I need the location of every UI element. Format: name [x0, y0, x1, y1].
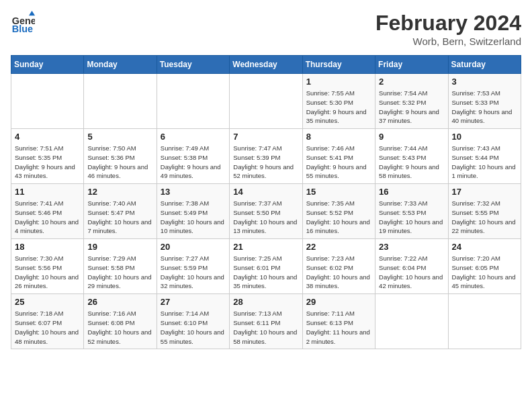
- day-number: 15: [306, 187, 371, 197]
- logo-icon: General Blue: [11, 11, 35, 35]
- day-info: Sunrise: 7:33 AM Sunset: 5:53 PM Dayligh…: [379, 199, 444, 236]
- table-cell: 4Sunrise: 7:51 AM Sunset: 5:35 PM Daylig…: [11, 129, 84, 184]
- table-cell: 14Sunrise: 7:37 AM Sunset: 5:50 PM Dayli…: [230, 184, 302, 239]
- table-cell: [375, 294, 448, 349]
- day-number: 10: [452, 132, 517, 142]
- day-info: Sunrise: 7:55 AM Sunset: 5:30 PM Dayligh…: [306, 89, 371, 126]
- day-number: 2: [379, 77, 444, 87]
- day-info: Sunrise: 7:18 AM Sunset: 6:07 PM Dayligh…: [15, 309, 80, 346]
- table-cell: 19Sunrise: 7:29 AM Sunset: 5:58 PM Dayli…: [84, 239, 157, 294]
- day-number: 19: [87, 242, 152, 252]
- header-saturday: Saturday: [448, 56, 521, 74]
- week-row-2: 4Sunrise: 7:51 AM Sunset: 5:35 PM Daylig…: [11, 129, 521, 184]
- day-info: Sunrise: 7:46 AM Sunset: 5:41 PM Dayligh…: [306, 144, 371, 181]
- day-number: 7: [233, 132, 298, 142]
- table-cell: 3Sunrise: 7:53 AM Sunset: 5:33 PM Daylig…: [448, 74, 521, 129]
- day-info: Sunrise: 7:49 AM Sunset: 5:38 PM Dayligh…: [161, 144, 226, 181]
- logo: General Blue: [11, 11, 35, 35]
- day-number: 29: [306, 297, 371, 307]
- table-cell: 6Sunrise: 7:49 AM Sunset: 5:38 PM Daylig…: [157, 129, 229, 184]
- header-thursday: Thursday: [302, 56, 375, 74]
- table-cell: 11Sunrise: 7:41 AM Sunset: 5:46 PM Dayli…: [11, 184, 84, 239]
- week-row-5: 25Sunrise: 7:18 AM Sunset: 6:07 PM Dayli…: [11, 294, 521, 349]
- day-number: 22: [306, 242, 371, 252]
- day-number: 9: [379, 132, 444, 142]
- day-info: Sunrise: 7:51 AM Sunset: 5:35 PM Dayligh…: [15, 144, 80, 181]
- month-year-title: February 2024: [375, 11, 521, 36]
- table-cell: 9Sunrise: 7:44 AM Sunset: 5:43 PM Daylig…: [375, 129, 448, 184]
- day-info: Sunrise: 7:13 AM Sunset: 6:11 PM Dayligh…: [233, 309, 298, 346]
- day-number: 14: [233, 187, 298, 197]
- day-info: Sunrise: 7:23 AM Sunset: 6:02 PM Dayligh…: [306, 254, 371, 291]
- header-sunday: Sunday: [11, 56, 84, 74]
- day-info: Sunrise: 7:14 AM Sunset: 6:10 PM Dayligh…: [161, 309, 226, 346]
- table-cell: [230, 74, 302, 129]
- day-info: Sunrise: 7:38 AM Sunset: 5:49 PM Dayligh…: [161, 199, 226, 236]
- table-cell: 18Sunrise: 7:30 AM Sunset: 5:56 PM Dayli…: [11, 239, 84, 294]
- day-number: 24: [452, 242, 517, 252]
- table-cell: 25Sunrise: 7:18 AM Sunset: 6:07 PM Dayli…: [11, 294, 84, 349]
- header-monday: Monday: [84, 56, 157, 74]
- table-cell: 23Sunrise: 7:22 AM Sunset: 6:04 PM Dayli…: [375, 239, 448, 294]
- day-number: 12: [87, 187, 152, 197]
- table-cell: 15Sunrise: 7:35 AM Sunset: 5:52 PM Dayli…: [302, 184, 375, 239]
- header-tuesday: Tuesday: [157, 56, 229, 74]
- table-cell: [157, 74, 229, 129]
- table-cell: [448, 294, 521, 349]
- table-cell: 2Sunrise: 7:54 AM Sunset: 5:32 PM Daylig…: [375, 74, 448, 129]
- day-info: Sunrise: 7:37 AM Sunset: 5:50 PM Dayligh…: [233, 199, 298, 236]
- day-number: 5: [87, 132, 152, 142]
- day-number: 27: [161, 297, 226, 307]
- day-info: Sunrise: 7:44 AM Sunset: 5:43 PM Dayligh…: [379, 144, 444, 181]
- table-cell: 24Sunrise: 7:20 AM Sunset: 6:05 PM Dayli…: [448, 239, 521, 294]
- day-number: 25: [15, 297, 80, 307]
- table-cell: 1Sunrise: 7:55 AM Sunset: 5:30 PM Daylig…: [302, 74, 375, 129]
- day-info: Sunrise: 7:53 AM Sunset: 5:33 PM Dayligh…: [452, 89, 517, 126]
- day-info: Sunrise: 7:35 AM Sunset: 5:52 PM Dayligh…: [306, 199, 371, 236]
- table-cell: 20Sunrise: 7:27 AM Sunset: 5:59 PM Dayli…: [157, 239, 229, 294]
- day-number: 13: [161, 187, 226, 197]
- table-cell: 17Sunrise: 7:32 AM Sunset: 5:55 PM Dayli…: [448, 184, 521, 239]
- day-info: Sunrise: 7:43 AM Sunset: 5:44 PM Dayligh…: [452, 144, 517, 181]
- day-info: Sunrise: 7:54 AM Sunset: 5:32 PM Dayligh…: [379, 89, 444, 126]
- day-info: Sunrise: 7:50 AM Sunset: 5:36 PM Dayligh…: [87, 144, 152, 181]
- days-header-row: Sunday Monday Tuesday Wednesday Thursday…: [11, 56, 521, 74]
- week-row-1: 1Sunrise: 7:55 AM Sunset: 5:30 PM Daylig…: [11, 74, 521, 129]
- day-info: Sunrise: 7:27 AM Sunset: 5:59 PM Dayligh…: [161, 254, 226, 291]
- table-cell: 29Sunrise: 7:11 AM Sunset: 6:13 PM Dayli…: [302, 294, 375, 349]
- day-info: Sunrise: 7:16 AM Sunset: 6:08 PM Dayligh…: [87, 309, 152, 346]
- table-cell: 8Sunrise: 7:46 AM Sunset: 5:41 PM Daylig…: [302, 129, 375, 184]
- day-number: 6: [161, 132, 226, 142]
- day-number: 16: [379, 187, 444, 197]
- week-row-4: 18Sunrise: 7:30 AM Sunset: 5:56 PM Dayli…: [11, 239, 521, 294]
- week-row-3: 11Sunrise: 7:41 AM Sunset: 5:46 PM Dayli…: [11, 184, 521, 239]
- day-number: 4: [15, 132, 80, 142]
- day-number: 21: [233, 242, 298, 252]
- svg-text:Blue: Blue: [12, 24, 33, 34]
- day-number: 17: [452, 187, 517, 197]
- table-cell: [11, 74, 84, 129]
- table-cell: 10Sunrise: 7:43 AM Sunset: 5:44 PM Dayli…: [448, 129, 521, 184]
- day-info: Sunrise: 7:22 AM Sunset: 6:04 PM Dayligh…: [379, 254, 444, 291]
- day-info: Sunrise: 7:25 AM Sunset: 6:01 PM Dayligh…: [233, 254, 298, 291]
- day-number: 8: [306, 132, 371, 142]
- day-info: Sunrise: 7:30 AM Sunset: 5:56 PM Dayligh…: [15, 254, 80, 291]
- day-number: 20: [161, 242, 226, 252]
- title-area: February 2024 Worb, Bern, Switzerland: [375, 11, 521, 47]
- day-number: 11: [15, 187, 80, 197]
- day-info: Sunrise: 7:29 AM Sunset: 5:58 PM Dayligh…: [87, 254, 152, 291]
- day-info: Sunrise: 7:47 AM Sunset: 5:39 PM Dayligh…: [233, 144, 298, 181]
- day-info: Sunrise: 7:40 AM Sunset: 5:47 PM Dayligh…: [87, 199, 152, 236]
- table-cell: 5Sunrise: 7:50 AM Sunset: 5:36 PM Daylig…: [84, 129, 157, 184]
- table-cell: 22Sunrise: 7:23 AM Sunset: 6:02 PM Dayli…: [302, 239, 375, 294]
- table-cell: 7Sunrise: 7:47 AM Sunset: 5:39 PM Daylig…: [230, 129, 302, 184]
- location-subtitle: Worb, Bern, Switzerland: [375, 36, 521, 47]
- day-info: Sunrise: 7:11 AM Sunset: 6:13 PM Dayligh…: [306, 309, 371, 346]
- table-cell: 13Sunrise: 7:38 AM Sunset: 5:49 PM Dayli…: [157, 184, 229, 239]
- svg-marker-2: [29, 11, 35, 15]
- table-cell: 21Sunrise: 7:25 AM Sunset: 6:01 PM Dayli…: [230, 239, 302, 294]
- table-cell: 26Sunrise: 7:16 AM Sunset: 6:08 PM Dayli…: [84, 294, 157, 349]
- table-cell: [84, 74, 157, 129]
- table-cell: 27Sunrise: 7:14 AM Sunset: 6:10 PM Dayli…: [157, 294, 229, 349]
- table-cell: 28Sunrise: 7:13 AM Sunset: 6:11 PM Dayli…: [230, 294, 302, 349]
